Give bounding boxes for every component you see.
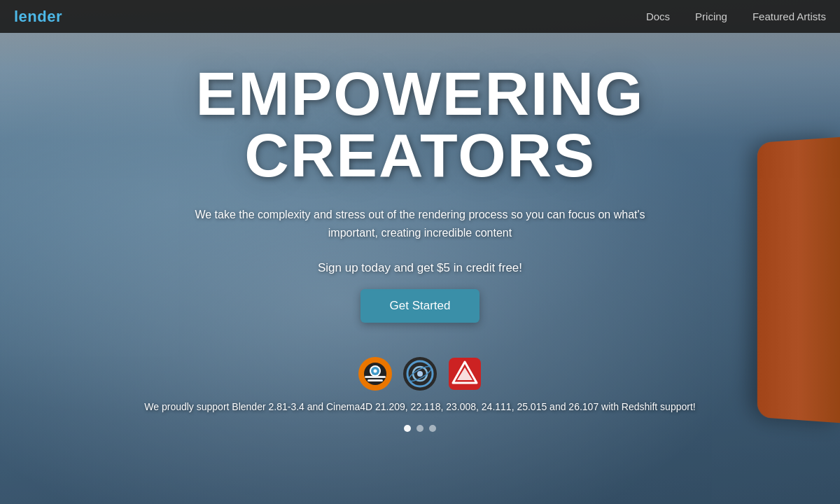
software-icons-row xyxy=(358,356,482,391)
hero-title: EMPOWERING CREATORS xyxy=(28,63,812,186)
carousel-dots xyxy=(404,425,436,432)
site-logo[interactable]: lender xyxy=(14,8,62,26)
blender-icon xyxy=(358,356,393,391)
svg-point-4 xyxy=(374,370,377,373)
carousel-dot-1[interactable] xyxy=(404,425,411,432)
docs-link[interactable]: Docs xyxy=(646,10,670,22)
carousel-dot-2[interactable] xyxy=(416,425,424,432)
cinema4d-icon xyxy=(402,356,438,391)
software-support-text: We proudly support Blender 2.81-3.4 and … xyxy=(144,401,695,412)
hero-content: EMPOWERING CREATORS We take the complexi… xyxy=(0,33,840,504)
hero-subtitle: We take the complexity and stress out of… xyxy=(182,206,658,241)
svg-point-10 xyxy=(417,371,423,377)
navigation: lender Docs Pricing Featured Artists xyxy=(0,0,840,33)
svg-rect-5 xyxy=(365,376,386,378)
nav-links-container: Docs Pricing Featured Artists xyxy=(646,10,826,22)
get-started-button[interactable]: Get Started xyxy=(360,289,480,323)
carousel-dot-3[interactable] xyxy=(429,425,436,432)
redshift-icon xyxy=(447,356,482,391)
featured-artists-link[interactable]: Featured Artists xyxy=(752,10,826,22)
svg-rect-6 xyxy=(368,379,383,382)
pricing-link[interactable]: Pricing xyxy=(695,10,727,22)
hero-cta-text: Sign up today and get $5 in credit free! xyxy=(318,261,522,275)
